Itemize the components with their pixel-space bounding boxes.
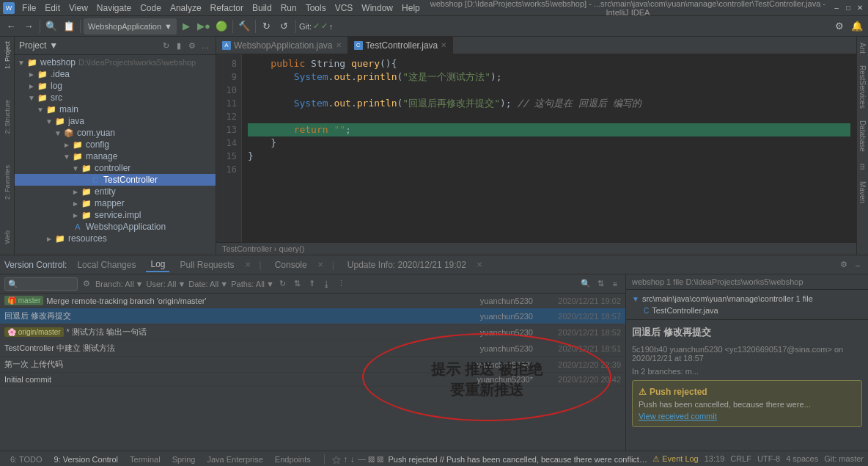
tree-item-webshopapp[interactable]: ► A WebshopApplication — [15, 221, 216, 233]
notification-button[interactable]: 🔔 — [849, 18, 865, 34]
vc-tree-folder[interactable]: ▼ src\main\java\com\yuan\manage\controll… — [629, 293, 865, 305]
commit-row-first[interactable]: 第一次 上传代码 yuanchun5230* 2020/12/20 22:39 — [0, 357, 625, 373]
status-charset[interactable]: UTF-8 — [757, 454, 780, 464]
branch-filter-dropdown[interactable]: ▼ — [136, 280, 144, 288]
tree-item-manage[interactable]: ▼ 📁 manage — [15, 150, 216, 162]
menu-help[interactable]: Help — [397, 1, 424, 15]
vc-tab-log[interactable]: Log — [146, 258, 169, 272]
menu-view[interactable]: View — [65, 1, 92, 15]
user-filter-dropdown[interactable]: ▼ — [177, 280, 185, 288]
menu-file[interactable]: File — [18, 1, 40, 15]
breadcrumb-class[interactable]: TestController — [222, 244, 272, 253]
menu-edit[interactable]: Edit — [40, 1, 65, 15]
vc-group-btn[interactable]: ≡ — [609, 278, 621, 290]
debug-button[interactable]: ▶● — [196, 18, 212, 34]
run-button[interactable]: ▶ — [178, 18, 194, 34]
run-configuration[interactable]: WebshopApplication ▼ — [84, 18, 177, 34]
menu-tools[interactable]: Tools — [301, 1, 331, 15]
vc-more-btn[interactable]: ⋮ — [336, 278, 347, 290]
tree-item-resources[interactable]: ► 📁 resources — [15, 233, 216, 244]
menu-vcs[interactable]: VCS — [331, 1, 358, 15]
menu-analyze[interactable]: Analyze — [166, 1, 206, 15]
vc-gear-btn[interactable]: ⚙ — [81, 278, 92, 290]
vc-filter-btn[interactable]: ⭳ — [321, 278, 333, 290]
menu-navigate[interactable]: Navigate — [92, 1, 136, 15]
right-m-label[interactable]: m — [857, 161, 868, 172]
status-tab-vc[interactable]: 9: Version Control — [48, 454, 124, 465]
vc-search-right-btn[interactable]: 🔍 — [580, 278, 592, 290]
vc-update-close[interactable]: ✕ — [477, 261, 482, 269]
status-crlf[interactable]: CRLF — [730, 454, 751, 464]
tree-item-main[interactable]: ▼ 📁 main — [15, 103, 216, 115]
vc-expand-btn[interactable]: ⇅ — [292, 278, 304, 290]
forward-button[interactable]: → — [21, 18, 37, 34]
right-db-label[interactable]: Database — [857, 117, 868, 155]
tree-item-config[interactable]: ► 📁 config — [15, 139, 216, 150]
tab-close-icon[interactable]: ✕ — [336, 41, 342, 49]
commit-row-initial[interactable]: Initial commit yuanchun5230* 2020/12/20 … — [0, 373, 625, 387]
menu-window[interactable]: Window — [357, 1, 397, 15]
coverage-button[interactable]: 🟢 — [213, 18, 229, 34]
status-tab-javaee[interactable]: Java Enterprise — [201, 454, 268, 465]
right-maven-label[interactable]: Maven — [857, 178, 868, 206]
tab-webshopapplication[interactable]: A WebshopApplication.java ✕ — [216, 37, 348, 54]
status-tab-spring[interactable]: Spring — [166, 454, 202, 465]
tree-item-controller[interactable]: ▼ 📁 controller — [15, 162, 216, 174]
tree-item-src[interactable]: ▼ 📁 src — [15, 92, 216, 103]
status-tab-terminal[interactable]: Terminal — [124, 454, 166, 465]
tree-item-comyuan[interactable]: ▼ 📦 com.yuan — [15, 127, 216, 139]
favorites-vtab[interactable]: 2: Favorites — [2, 161, 12, 204]
maximize-button[interactable]: □ — [843, 3, 853, 13]
breadcrumb-method[interactable]: query() — [279, 244, 305, 253]
status-eventlog[interactable]: ⚠ Event Log — [652, 454, 699, 464]
vc-settings-btn[interactable]: ⚙ — [838, 259, 850, 271]
vc-refresh-btn[interactable]: ↻ — [277, 278, 289, 290]
vc-tab-update[interactable]: Update Info: 2020/12/21 19:02 — [343, 258, 471, 272]
redo-button[interactable]: ↺ — [276, 18, 293, 34]
date-filter-dropdown[interactable]: ▼ — [220, 280, 228, 288]
vc-tab-console[interactable]: Console — [271, 258, 312, 272]
right-ant-label[interactable]: Ant — [857, 40, 868, 57]
web-vtab[interactable]: Web — [2, 226, 12, 248]
minimize-button[interactable]: – — [831, 3, 842, 13]
tree-item-java[interactable]: ▼ 📁 java — [15, 115, 216, 127]
vc-sort-btn[interactable]: ⇅ — [595, 278, 606, 290]
vc-pull-close[interactable]: ✕ — [245, 261, 251, 269]
build-button[interactable]: 🔨 — [236, 18, 252, 34]
tree-item-log[interactable]: ► 📁 log — [15, 80, 216, 92]
status-indent[interactable]: 4 spaces — [786, 454, 818, 464]
sync-icon[interactable]: ↻ — [160, 40, 172, 51]
menu-refactor[interactable]: Refactor — [206, 1, 248, 15]
undo-button[interactable]: ↻ — [259, 18, 275, 34]
tree-item-mapper[interactable]: ► 📁 mapper — [15, 197, 216, 209]
vc-tab-local[interactable]: Local Changes — [73, 258, 140, 272]
status-tab-endpoints[interactable]: Endpoints — [269, 454, 317, 465]
tree-item-idea[interactable]: ► 📁 .idea — [15, 68, 216, 80]
tree-item-webshop[interactable]: ▼ 📁 webshop D:\IdeaProjects\works5\websh… — [15, 57, 216, 68]
commit-row-tc[interactable]: TestController 中建立 测试方法 yuanchun5230 202… — [0, 341, 625, 357]
settings-icon[interactable]: ⚙ — [186, 40, 198, 51]
menu-build[interactable]: Build — [248, 1, 276, 15]
project-dropdown-icon[interactable]: ▼ — [49, 40, 58, 51]
vc-pick-btn[interactable]: ⇑ — [306, 278, 318, 290]
settings-button[interactable]: ⚙ — [831, 18, 847, 34]
structure-vtab[interactable]: 2: Structure — [2, 95, 12, 139]
tree-item-testcontroller[interactable]: ► C TestController — [15, 174, 216, 186]
tree-item-serviceimpl[interactable]: ► 📁 service.impl — [15, 209, 216, 221]
search-button[interactable]: 🔍 — [43, 18, 59, 34]
menu-code[interactable]: Code — [136, 1, 166, 15]
push-rejected-link[interactable]: View received commit — [639, 412, 856, 421]
close-button[interactable]: ✕ — [855, 3, 865, 13]
collapse-icon[interactable]: ▮ — [173, 40, 185, 51]
tab-testcontroller[interactable]: C TestController.java ✕ — [348, 37, 454, 54]
status-git[interactable]: Git: master — [824, 454, 864, 464]
status-tab-todo[interactable]: 6: TODO — [4, 454, 48, 465]
right-rest-label[interactable]: RestServices — [857, 62, 868, 112]
back-button[interactable]: ← — [3, 18, 19, 34]
vc-console-close[interactable]: ✕ — [317, 261, 323, 269]
vc-search-input[interactable] — [4, 277, 78, 291]
paths-filter-dropdown[interactable]: ▼ — [266, 280, 274, 288]
panel-menu-icon[interactable]: … — [199, 40, 211, 51]
vc-tab-pull[interactable]: Pull Requests — [175, 258, 238, 272]
tree-item-entity[interactable]: ► 📁 entity — [15, 186, 216, 197]
